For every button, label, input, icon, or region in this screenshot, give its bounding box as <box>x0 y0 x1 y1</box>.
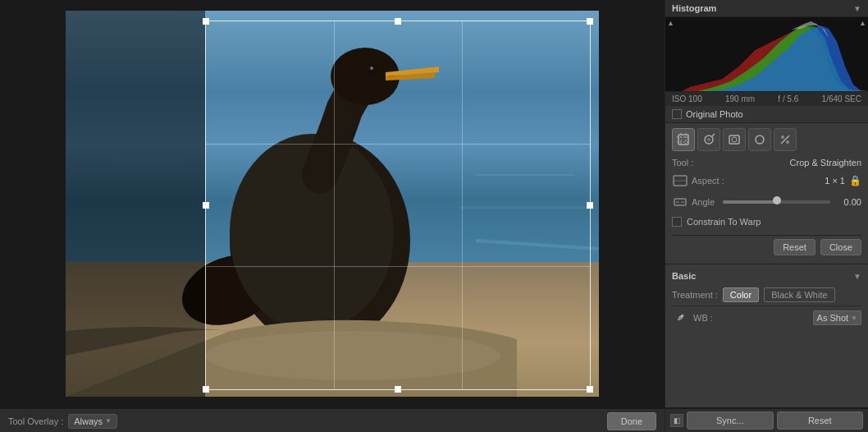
crop-handle-top-right[interactable] <box>587 18 593 25</box>
adjustment-tool-btn[interactable] <box>774 128 797 151</box>
svg-point-22 <box>732 137 737 142</box>
sync-button[interactable]: Sync... <box>687 411 774 430</box>
aspect-icon <box>672 172 688 189</box>
aspect-row: Aspect : 1 × 1 🔒 <box>672 172 861 189</box>
tool-section: Tool : Crop & Straighten Aspect : 1 × 1 … <box>665 122 868 264</box>
histogram-canvas: ▲ ▲ <box>665 17 868 91</box>
basic-title: Basic <box>672 271 696 281</box>
crop-tool-btn[interactable] <box>672 128 695 151</box>
aspect-key-label: Aspect : <box>692 176 821 186</box>
photo-container <box>66 11 599 397</box>
treatment-row: Treatment : Color Black & White <box>672 284 861 306</box>
hist-aperture: f / 5.6 <box>778 94 798 103</box>
histogram-chevron-icon[interactable]: ▼ <box>853 4 861 13</box>
bottom-right-panel: ◧ Sync... Reset <box>665 408 868 432</box>
right-panel: Histogram ▼ ▲ ▲ <box>665 0 868 407</box>
crop-handle-top-left[interactable] <box>203 18 209 25</box>
hist-shutter: 1/640 SEC <box>822 94 861 103</box>
histogram-section: Histogram ▼ ▲ ▲ <box>665 0 868 122</box>
histogram-header: Histogram ▼ <box>665 0 868 17</box>
tool-label-row: Tool : Crop & Straighten <box>672 158 861 168</box>
bottom-left: Tool Overlay : Always ▼ <box>8 414 601 429</box>
bw-btn[interactable]: Black & White <box>764 287 834 302</box>
overlay-chevron-icon: ▼ <box>105 417 112 425</box>
hist-arrow-right[interactable]: ▲ <box>859 19 866 27</box>
eyedropper-icon[interactable]: ✒ <box>669 306 692 329</box>
action-buttons: Reset Close <box>672 235 861 259</box>
crop-grid-h1 <box>206 144 590 145</box>
tool-value-label: Crop & Straighten <box>790 158 861 168</box>
reset-bottom-button[interactable]: Reset <box>777 411 864 430</box>
tool-overlay-value: Always <box>74 416 103 426</box>
histogram-svg <box>665 17 868 91</box>
svg-line-19 <box>712 134 715 136</box>
color-btn[interactable]: Color <box>723 287 759 302</box>
angle-thumb[interactable] <box>773 196 781 205</box>
crop-handle-bottom-mid[interactable] <box>395 386 401 393</box>
reset-button[interactable]: Reset <box>774 239 815 255</box>
wb-row: ✒ WB : As Shot ▼ <box>672 306 861 329</box>
hist-arrow-left[interactable]: ▲ <box>667 19 674 27</box>
wb-label: WB : <box>693 313 808 323</box>
hist-iso: ISO 100 <box>672 94 702 103</box>
close-button[interactable]: Close <box>820 239 861 255</box>
redeye-tool-btn[interactable] <box>723 128 746 151</box>
spot-tool-btn[interactable] <box>697 128 720 151</box>
aspect-value-display[interactable]: 1 × 1 <box>825 176 845 186</box>
tool-key-label: Tool : <box>672 158 705 168</box>
svg-point-25 <box>781 136 784 139</box>
crop-grid-v2 <box>462 21 463 389</box>
original-photo-checkbox[interactable] <box>672 109 682 119</box>
crop-grid-v1 <box>334 21 335 389</box>
crop-handle-top-mid[interactable] <box>395 18 401 25</box>
angle-row: Angle 0.00 <box>672 194 861 210</box>
crop-handle-bottom-left[interactable] <box>203 386 209 393</box>
crop-outside-left <box>66 11 205 397</box>
hist-focal: 190 mm <box>725 94 755 103</box>
angle-slider-fill <box>723 200 777 204</box>
crop-grid-h2 <box>206 266 590 267</box>
gradient-tool-btn[interactable] <box>748 128 771 151</box>
crop-handle-bottom-right[interactable] <box>587 386 593 393</box>
constrain-row: Constrain To Warp <box>672 217 861 227</box>
lock-icon[interactable]: 🔒 <box>848 174 861 187</box>
crop-handle-right-mid[interactable] <box>587 202 593 209</box>
angle-slider[interactable] <box>723 200 830 204</box>
crop-handle-left-mid[interactable] <box>203 202 209 209</box>
svg-rect-13 <box>678 135 688 145</box>
tool-overlay-select[interactable]: Always ▼ <box>68 414 117 429</box>
basic-chevron-icon[interactable]: ▼ <box>853 272 861 281</box>
constrain-checkbox[interactable] <box>672 217 682 227</box>
basic-section: Basic ▼ Treatment : Color Black & White … <box>665 264 868 333</box>
angle-key-label: Angle <box>692 197 716 207</box>
svg-point-26 <box>786 140 789 144</box>
histogram-title: Histogram <box>672 3 716 13</box>
tool-overlay-label: Tool Overlay : <box>8 416 63 426</box>
wb-chevron-icon: ▼ <box>851 315 857 322</box>
photo-panel <box>0 0 665 407</box>
wb-value: As Shot <box>817 313 849 323</box>
tool-icons-row <box>672 128 861 151</box>
histogram-info: ISO 100 190 mm f / 5.6 1/640 SEC <box>665 91 868 106</box>
bottom-bar: Tool Overlay : Always ▼ Done <box>0 408 665 432</box>
bottom-wrapper: Tool Overlay : Always ▼ Done ◧ Sync... R… <box>0 407 868 432</box>
angle-value-display: 0.00 <box>837 197 861 207</box>
crop-overlay[interactable] <box>205 21 591 390</box>
treatment-label: Treatment : <box>672 290 718 300</box>
original-photo-label: Original Photo <box>686 109 743 119</box>
svg-point-23 <box>756 136 764 144</box>
wb-select[interactable]: As Shot ▼ <box>813 310 861 325</box>
done-button[interactable]: Done <box>607 412 656 430</box>
panel-left-icon[interactable]: ◧ <box>670 414 683 427</box>
angle-icon <box>672 194 688 210</box>
basic-header: Basic ▼ <box>672 268 861 284</box>
svg-point-20 <box>707 138 710 141</box>
constrain-label: Constrain To Warp <box>687 217 761 227</box>
original-photo-row: Original Photo <box>665 106 868 122</box>
